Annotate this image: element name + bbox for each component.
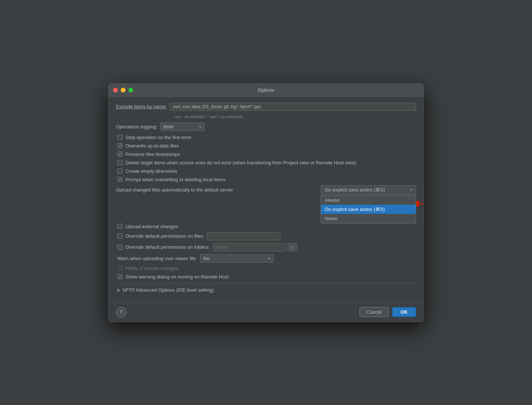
checkbox-preserve-timestamps[interactable]: Preserve files timestamps	[116, 152, 416, 157]
checkbox-preserve-timestamps-box[interactable]	[117, 152, 123, 157]
checkbox-notify-remote-box[interactable]	[117, 266, 123, 271]
operations-logging-label: Operations logging:	[116, 124, 157, 129]
operations-logging-row: Operations logging: Brief ▾	[116, 123, 416, 131]
checkbox-upload-external[interactable]: Upload external changes	[116, 224, 416, 229]
upload-option-always[interactable]: Always	[321, 196, 416, 205]
checkbox-overwrite-uptodate-box[interactable]	[117, 143, 123, 148]
upload-changed-dropdown-arrow-icon: ▾	[410, 188, 412, 192]
warn-uploading-dropdown[interactable]: No ▾	[200, 254, 273, 263]
help-button[interactable]: ?	[116, 307, 126, 317]
checkbox-override-files-box[interactable]	[117, 234, 123, 239]
checkbox-notify-remote[interactable]: Notify of remote changes	[116, 266, 416, 271]
dropdown-arrow-icon: ▾	[199, 125, 201, 129]
checkbox-stop-error[interactable]: Stop operation on the first error	[116, 135, 416, 140]
checkbox-stop-error-label: Stop operation on the first error	[125, 135, 192, 140]
checkbox-upload-external-box[interactable]	[117, 224, 123, 229]
checkbox-create-empty-dirs-label: Create empty directories	[125, 168, 178, 174]
operations-logging-dropdown[interactable]: Brief ▾	[160, 123, 204, 131]
title-bar: Options	[109, 84, 423, 97]
checkbox-prompt-overwriting[interactable]: Prompt when overwriting or deleting loca…	[116, 177, 416, 182]
warn-uploading-value: No	[203, 256, 209, 261]
checkbox-show-warning-label: Show warning dialog on moving on Remote …	[125, 274, 229, 280]
checkbox-overwrite-uptodate-label: Overwrite up-to-date files	[125, 143, 179, 149]
warn-uploading-label: Warn when uploading over newer file:	[117, 256, 197, 261]
exclude-items-label: Exclude items by name:	[116, 104, 167, 109]
checkbox-delete-target-label: Delete target items when source ones do …	[125, 160, 356, 165]
checkbox-create-empty-dirs[interactable]: Create empty directories	[116, 168, 416, 174]
checkbox-delete-target[interactable]: Delete target items when source ones do …	[116, 160, 416, 165]
checkbox-override-folders-box[interactable]	[117, 245, 123, 250]
override-folders-label: Override default permissions on folders:	[125, 244, 210, 250]
close-button[interactable]	[113, 88, 118, 92]
ok-button[interactable]: OK	[392, 307, 416, 317]
checkbox-show-warning-box[interactable]	[117, 274, 123, 279]
dialog-content: Exclude items by name: use ; as delimite…	[109, 97, 423, 302]
exclude-items-hint: use ; as delimiter, * and ? as wildcards	[175, 114, 416, 119]
upload-option-explicit-save[interactable]: On explicit save action (⌘S)	[321, 205, 416, 214]
checkbox-show-warning[interactable]: Show warning dialog on moving on Remote …	[116, 274, 416, 280]
checkbox-create-empty-dirs-box[interactable]	[117, 168, 123, 174]
checkbox-upload-external-label: Upload external changes	[125, 224, 178, 229]
upload-changed-value: On explicit save action (⌘S)	[325, 187, 385, 193]
override-folders-row: Override default permissions on folders:…	[116, 243, 416, 251]
browse-folders-button[interactable]: 🗁	[288, 243, 298, 251]
checkbox-stop-error-box[interactable]	[117, 135, 123, 140]
minimize-button[interactable]	[121, 88, 125, 92]
upload-changed-dropdown[interactable]: On explicit save action (⌘S) ▾	[321, 185, 416, 194]
dialog-title: Options	[258, 87, 274, 93]
checkbox-prompt-overwriting-box[interactable]	[117, 177, 123, 182]
checkbox-overwrite-uptodate[interactable]: Overwrite up-to-date files	[116, 143, 416, 149]
override-files-label: Override default permissions on files:	[125, 233, 204, 239]
checkbox-preserve-timestamps-label: Preserve files timestamps	[125, 152, 180, 157]
cancel-button[interactable]: Cancel	[360, 307, 388, 317]
sftp-advanced-label: SFTP Advanced Options (IDE level setting…	[123, 287, 214, 293]
separator	[116, 283, 416, 284]
sftp-expand-icon: ▶	[117, 288, 120, 292]
upload-option-never[interactable]: Never	[321, 214, 416, 223]
upload-changed-dropdown-menu: Always On explicit save action (⌘S) Neve…	[321, 195, 416, 223]
checkbox-prompt-overwriting-label: Prompt when overwriting or deleting loca…	[125, 177, 225, 182]
sftp-advanced-row[interactable]: ▶ SFTP Advanced Options (IDE level setti…	[116, 287, 416, 293]
override-files-input[interactable]	[207, 232, 280, 240]
upload-changed-dropdown-container: On explicit save action (⌘S) ▾ Always On…	[321, 185, 416, 194]
override-files-row: Override default permissions on files:	[116, 232, 416, 240]
upload-changed-row: Upload changed files automatically to th…	[116, 185, 416, 194]
dialog-footer: ? Cancel OK	[109, 302, 423, 322]
warn-uploading-row: Warn when uploading over newer file: No …	[116, 254, 416, 263]
window-controls	[113, 88, 133, 92]
checkbox-notify-remote-label: Notify of remote changes	[125, 266, 179, 271]
options-dialog: Options Exclude items by name: use ; as …	[108, 83, 424, 322]
upload-changed-label: Upload changed files automatically to th…	[116, 187, 321, 193]
override-folders-input[interactable]	[213, 243, 286, 251]
exclude-items-input[interactable]	[170, 103, 416, 111]
exclude-items-row: Exclude items by name:	[116, 103, 416, 111]
maximize-button[interactable]	[128, 88, 133, 92]
operations-logging-value: Brief	[164, 124, 174, 129]
warn-uploading-arrow-icon: ▾	[268, 256, 270, 260]
checkbox-delete-target-box[interactable]	[117, 160, 123, 165]
